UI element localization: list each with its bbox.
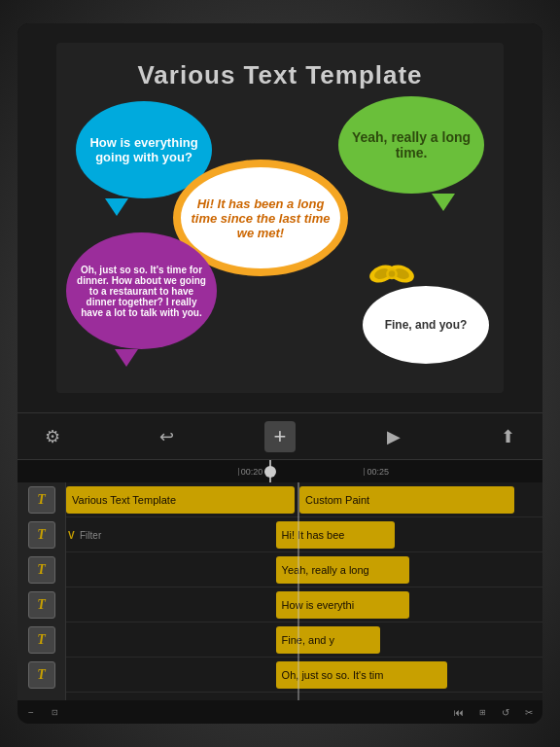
preview-canvas: Various Text Template How is everything …: [18, 23, 542, 412]
track-scroll-1[interactable]: Various Text Template Custom Paint: [66, 482, 542, 517]
track-icon-5: T: [18, 622, 66, 658]
zoom-plus-icon[interactable]: ⊞: [472, 702, 492, 722]
timeline-area: T Various Text Template Custom Paint T V: [18, 482, 542, 700]
bow-decoration: [368, 257, 416, 291]
track-icon-img-4: T: [28, 591, 55, 619]
track-icon-img-2: T: [28, 521, 55, 549]
timeline-ruler: 00:20 00:25: [18, 459, 542, 482]
track-icon-2: T: [18, 517, 66, 552]
track-scroll-empty-1: [66, 693, 542, 701]
bubbles-container: How is everything going with you? Yeah, …: [56, 43, 504, 393]
rewind-icon[interactable]: ⏮: [449, 702, 469, 722]
play-button[interactable]: ▶: [378, 421, 409, 452]
preview-area: Various Text Template How is everything …: [18, 23, 542, 412]
ruler-mark-1: 00:20: [238, 460, 263, 482]
track-scroll-3[interactable]: Yeah, really a long: [66, 552, 542, 587]
track-icon-img-5: T: [28, 626, 55, 654]
zoom-out-icon[interactable]: −: [21, 702, 41, 722]
table-row: T How is everythi: [18, 587, 542, 622]
add-button[interactable]: +: [264, 421, 296, 452]
track-scroll-6[interactable]: Oh, just so so. It's tim: [66, 658, 542, 693]
svg-point-5: [389, 270, 396, 277]
track-icon-1: T: [18, 482, 66, 517]
controls-bar: ⚙ ↩ + ▶ ⬆: [18, 412, 542, 459]
export-button[interactable]: ⬆: [492, 421, 523, 452]
filter-label: Filter: [80, 529, 101, 540]
clip-yeah[interactable]: Yeah, really a long: [276, 556, 409, 584]
table-row: T Yeah, really a long: [18, 552, 542, 587]
clip-how-is[interactable]: How is everythi: [276, 591, 409, 619]
track-icon-img-6: T: [28, 661, 55, 689]
track-scroll-2[interactable]: V Filter Hi! It has bee: [66, 517, 542, 552]
table-row: [18, 693, 542, 700]
table-row: T V Filter Hi! It has bee: [18, 517, 542, 552]
track-icon-3: T: [18, 552, 66, 587]
track-scroll-5[interactable]: Fine, and y: [66, 622, 542, 658]
track-icon-img-3: T: [28, 556, 55, 584]
clip-fine[interactable]: Fine, and y: [276, 626, 381, 654]
track-icon-6: T: [18, 658, 66, 693]
app-container: Various Text Template How is everything …: [18, 23, 542, 724]
clip-oh-just[interactable]: Oh, just so so. It's tim: [276, 661, 447, 689]
ruler-content: 00:20 00:25: [18, 460, 542, 482]
bubble-purple: Oh, just so so. It's time for dinner. Ho…: [66, 232, 217, 349]
table-row: T Fine, and y: [18, 622, 542, 658]
table-row: T Various Text Template Custom Paint: [18, 482, 542, 517]
v-label: V: [68, 529, 75, 540]
bubble-white: Fine, and you?: [363, 286, 489, 364]
track-scroll-4[interactable]: How is everythi: [66, 587, 542, 622]
playhead-handle[interactable]: [264, 466, 276, 478]
scissors-icon[interactable]: ✂: [519, 702, 539, 722]
ruler-tools-bar: − ⊡ ⏮ ⊞ ↺ ✂: [18, 700, 542, 724]
settings-button[interactable]: ⚙: [37, 421, 68, 452]
clip-various-text[interactable]: Various Text Template: [66, 486, 295, 514]
ruler-mark-2: 00:25: [364, 460, 389, 482]
track-icon-img-1: T: [28, 486, 55, 514]
undo-button[interactable]: ↩: [151, 421, 182, 452]
track-icon-4: T: [18, 587, 66, 622]
preview-inner: Various Text Template How is everything …: [56, 43, 504, 393]
playhead[interactable]: [269, 460, 271, 482]
bubble-green: Yeah, really a long time.: [338, 96, 484, 194]
zoom-fit-icon[interactable]: ⊡: [45, 702, 64, 722]
table-row: T Oh, just so so. It's tim: [18, 658, 542, 693]
loop-icon[interactable]: ↺: [496, 702, 515, 722]
clip-custom-paint[interactable]: Custom Paint: [299, 486, 514, 514]
track-icon-empty-1: [18, 693, 66, 701]
clip-hi-it-has[interactable]: Hi! It has bee: [276, 521, 396, 549]
